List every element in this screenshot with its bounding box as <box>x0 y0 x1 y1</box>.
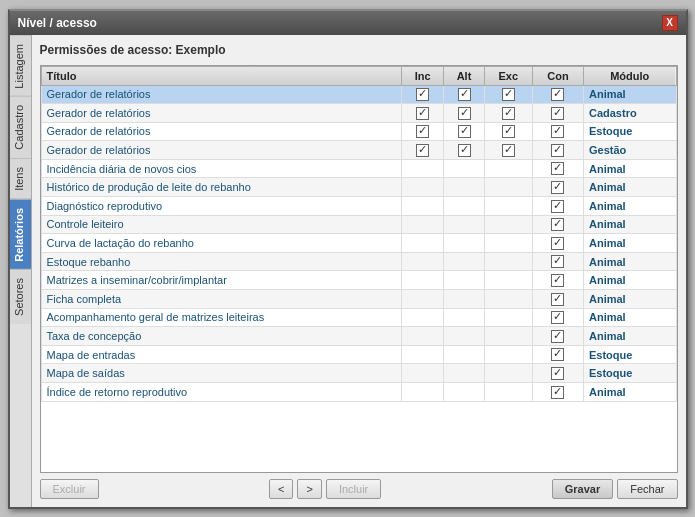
alt-checkbox[interactable] <box>458 88 471 101</box>
cell-exc[interactable] <box>484 159 532 178</box>
inc-checkbox[interactable] <box>416 144 429 157</box>
con-checkbox[interactable] <box>551 237 564 250</box>
cell-con[interactable] <box>532 308 583 327</box>
cell-con[interactable] <box>532 178 583 197</box>
exc-checkbox[interactable] <box>502 125 515 138</box>
cell-inc[interactable] <box>401 178 443 197</box>
cell-alt[interactable] <box>444 85 484 104</box>
cell-alt[interactable] <box>444 141 484 160</box>
cell-con[interactable] <box>532 141 583 160</box>
cell-exc[interactable] <box>484 364 532 383</box>
cell-inc[interactable] <box>401 141 443 160</box>
cell-alt[interactable] <box>444 234 484 253</box>
table-row[interactable]: Gerador de relatóriosEstoque <box>41 122 676 141</box>
gravar-button[interactable]: Gravar <box>552 479 613 499</box>
cell-con[interactable] <box>532 364 583 383</box>
con-checkbox[interactable] <box>551 88 564 101</box>
table-row[interactable]: Mapa de saídasEstoque <box>41 364 676 383</box>
incluir-button[interactable]: Incluir <box>326 479 381 499</box>
con-checkbox[interactable] <box>551 367 564 380</box>
table-row[interactable]: Matrizes a inseminar/cobrir/implantarAni… <box>41 271 676 290</box>
fechar-button[interactable]: Fechar <box>617 479 677 499</box>
cell-alt[interactable] <box>444 345 484 364</box>
cell-inc[interactable] <box>401 308 443 327</box>
con-checkbox[interactable] <box>551 144 564 157</box>
next-button[interactable]: > <box>297 479 321 499</box>
cell-alt[interactable] <box>444 104 484 123</box>
cell-inc[interactable] <box>401 383 443 402</box>
side-tab-listagem[interactable]: Listagem <box>10 35 31 97</box>
cell-con[interactable] <box>532 85 583 104</box>
cell-exc[interactable] <box>484 197 532 216</box>
cell-con[interactable] <box>532 122 583 141</box>
con-checkbox[interactable] <box>551 162 564 175</box>
con-checkbox[interactable] <box>551 255 564 268</box>
con-checkbox[interactable] <box>551 107 564 120</box>
cell-alt[interactable] <box>444 290 484 309</box>
cell-inc[interactable] <box>401 104 443 123</box>
table-row[interactable]: Controle leiteiroAnimal <box>41 215 676 234</box>
cell-inc[interactable] <box>401 234 443 253</box>
table-row[interactable]: Taxa de concepçãoAnimal <box>41 327 676 346</box>
table-row[interactable]: Gerador de relatóriosCadastro <box>41 104 676 123</box>
con-checkbox[interactable] <box>551 200 564 213</box>
con-checkbox[interactable] <box>551 386 564 399</box>
side-tab-setores[interactable]: Setores <box>10 269 31 324</box>
cell-alt[interactable] <box>444 159 484 178</box>
alt-checkbox[interactable] <box>458 107 471 120</box>
cell-con[interactable] <box>532 234 583 253</box>
prev-button[interactable]: < <box>269 479 293 499</box>
exc-checkbox[interactable] <box>502 144 515 157</box>
con-checkbox[interactable] <box>551 293 564 306</box>
cell-alt[interactable] <box>444 215 484 234</box>
cell-exc[interactable] <box>484 252 532 271</box>
cell-inc[interactable] <box>401 364 443 383</box>
cell-inc[interactable] <box>401 327 443 346</box>
cell-exc[interactable] <box>484 271 532 290</box>
cell-con[interactable] <box>532 252 583 271</box>
cell-inc[interactable] <box>401 252 443 271</box>
cell-exc[interactable] <box>484 234 532 253</box>
side-tab-itens[interactable]: Itens <box>10 158 31 199</box>
exc-checkbox[interactable] <box>502 107 515 120</box>
cell-alt[interactable] <box>444 327 484 346</box>
inc-checkbox[interactable] <box>416 125 429 138</box>
cell-alt[interactable] <box>444 383 484 402</box>
con-checkbox[interactable] <box>551 311 564 324</box>
cell-con[interactable] <box>532 197 583 216</box>
cell-alt[interactable] <box>444 122 484 141</box>
cell-inc[interactable] <box>401 122 443 141</box>
table-row[interactable]: Diagnóstico reprodutivoAnimal <box>41 197 676 216</box>
cell-exc[interactable] <box>484 85 532 104</box>
cell-exc[interactable] <box>484 327 532 346</box>
table-row[interactable]: Estoque rebanhoAnimal <box>41 252 676 271</box>
cell-alt[interactable] <box>444 364 484 383</box>
cell-inc[interactable] <box>401 215 443 234</box>
excluir-button[interactable]: Excluir <box>40 479 99 499</box>
cell-exc[interactable] <box>484 383 532 402</box>
alt-checkbox[interactable] <box>458 125 471 138</box>
con-checkbox[interactable] <box>551 348 564 361</box>
cell-con[interactable] <box>532 159 583 178</box>
cell-con[interactable] <box>532 383 583 402</box>
close-button[interactable]: X <box>662 15 678 31</box>
cell-inc[interactable] <box>401 197 443 216</box>
cell-con[interactable] <box>532 271 583 290</box>
table-row[interactable]: Histórico de produção de leite do rebanh… <box>41 178 676 197</box>
con-checkbox[interactable] <box>551 330 564 343</box>
cell-inc[interactable] <box>401 271 443 290</box>
cell-exc[interactable] <box>484 215 532 234</box>
con-checkbox[interactable] <box>551 218 564 231</box>
exc-checkbox[interactable] <box>502 88 515 101</box>
table-row[interactable]: Gerador de relatóriosGestão <box>41 141 676 160</box>
cell-inc[interactable] <box>401 159 443 178</box>
cell-con[interactable] <box>532 215 583 234</box>
cell-inc[interactable] <box>401 290 443 309</box>
inc-checkbox[interactable] <box>416 107 429 120</box>
table-row[interactable]: Curva de lactação do rebanhoAnimal <box>41 234 676 253</box>
cell-exc[interactable] <box>484 308 532 327</box>
cell-con[interactable] <box>532 327 583 346</box>
cell-alt[interactable] <box>444 308 484 327</box>
cell-exc[interactable] <box>484 122 532 141</box>
table-row[interactable]: Incidência diária de novos ciosAnimal <box>41 159 676 178</box>
